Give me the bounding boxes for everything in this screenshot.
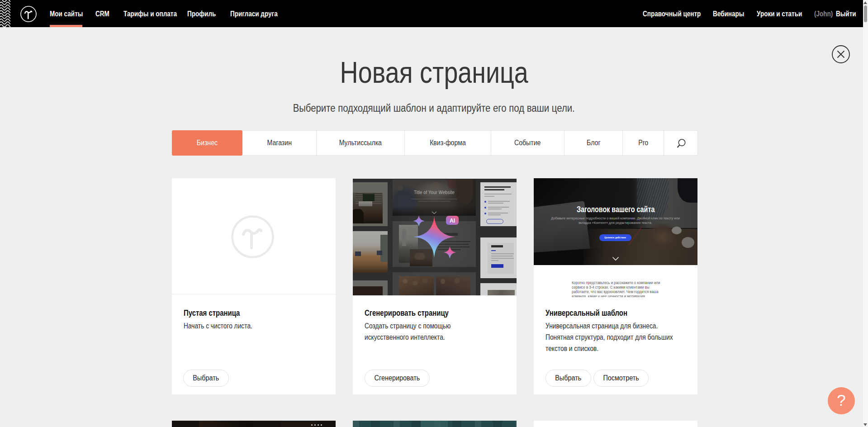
svg-text:AI: AI (450, 218, 455, 224)
